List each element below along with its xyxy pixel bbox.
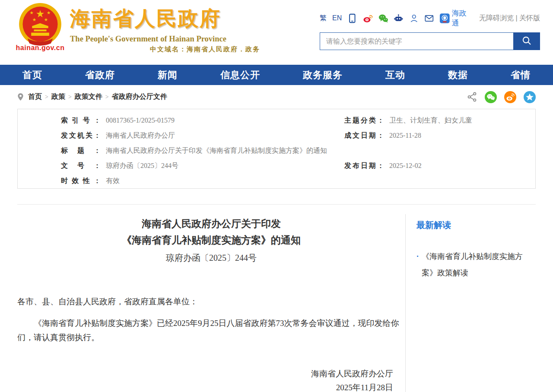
search-icon: [521, 35, 532, 47]
breadcrumb-separator: >: [105, 94, 109, 101]
metadata-value: 2025-11-28: [389, 132, 421, 139]
article-signature-date: 2025年11月28日: [17, 381, 393, 392]
share-wechat-icon[interactable]: [485, 91, 497, 103]
metadata-right-column: 主题分类： 卫生、计划生育、妇女儿童 成文日期： 2025-11-28 发布日期…: [327, 113, 535, 188]
svg-text:★: ★: [36, 8, 45, 19]
article-salutation: 各市、县、自治县人民政府，省政府直属各单位：: [17, 294, 405, 309]
traditional-chinese-link[interactable]: 繁: [320, 14, 327, 23]
search-input[interactable]: [320, 32, 513, 50]
site-title-english: The People's Government of Hainan Provin…: [70, 35, 260, 44]
metadata-row-title: 标题： 海南省人民政府办公厅关于印发《海南省育儿补贴制度实施方案》的通知: [61, 143, 327, 158]
nav-item-interaction[interactable]: 互动: [385, 69, 405, 82]
metadata-row-index-number: 索引号： 00817365-1/2025-01579: [61, 113, 327, 128]
site-chinese-domain: 中文域名：海南省人民政府．政务: [70, 45, 260, 54]
article-signature: 海南省人民政府办公厅: [17, 367, 393, 381]
weibo-icon[interactable]: [363, 13, 373, 23]
nav-item-home[interactable]: 首页: [22, 69, 42, 82]
metadata-value: 00817365-1/2025-01579: [106, 117, 175, 124]
metadata-row-topic-category: 主题分类： 卫生、计划生育、妇女儿童: [344, 113, 535, 128]
care-version-link[interactable]: 关怀版: [519, 14, 540, 22]
nav-item-province-profile[interactable]: 省情: [511, 69, 531, 82]
breadcrumb: 首页 > 政策 > 政策文件 > 省政府办公厅文件: [0, 85, 553, 109]
sidebar-link-list: · 《海南省育儿补贴制度实施方案》政策解读: [416, 248, 536, 281]
metadata-value: 海南省人民政府办公厅关于印发《海南省育儿补贴制度实施方案》的通知: [106, 147, 327, 154]
share-toolbar: [467, 85, 536, 109]
haizhengtong-label: 海政通: [452, 8, 474, 28]
utility-row: 繁 EN: [320, 12, 540, 24]
metadata-value: 海南省人民政府办公厅: [106, 132, 175, 139]
metadata-label: 发文机关：: [61, 128, 101, 143]
breadcrumb-separator: >: [45, 94, 48, 101]
sidebar: 最新解读 · 《海南省育儿补贴制度实施方案》政策解读: [405, 214, 536, 392]
svg-text:★: ★: [30, 10, 34, 15]
site-title-block: 海南省人民政府 The People's Government of Haina…: [70, 5, 260, 54]
breadcrumb-item-policy-documents[interactable]: 政策文件: [75, 92, 102, 101]
mobile-icon[interactable]: [347, 13, 357, 23]
user-icon[interactable]: [409, 13, 419, 23]
accessibility-link[interactable]: 无障碍浏览: [479, 14, 514, 22]
nav-item-provincial-government[interactable]: 省政府: [85, 69, 115, 82]
bullet-icon: ·: [416, 248, 419, 281]
site-title: 海南省人民政府: [70, 5, 260, 32]
metadata-row-validity: 时效性： 有效: [61, 173, 327, 188]
sidebar-link-text: 《海南省育儿补贴制度实施方案》政策解读: [422, 248, 536, 281]
metadata-label: 发布日期：: [344, 158, 384, 173]
article-title-block: 海南省人民政府办公厅关于印发 《海南省育儿补贴制度实施方案》的通知 琼府办函〔2…: [17, 216, 405, 267]
page: ★ ★ ★ ★ ★ hainan.gov.cn 海南省人民政府 The Peop…: [0, 0, 553, 392]
breadcrumb-item-general-office-documents[interactable]: 省政府办公厅文件: [112, 92, 167, 101]
sidebar-link-policy-interpretation[interactable]: · 《海南省育儿补贴制度实施方案》政策解读: [416, 248, 536, 281]
metadata-value: 卫生、计划生育、妇女儿童: [389, 117, 472, 124]
article-title-line2: 《海南省育儿补贴制度实施方案》的通知: [17, 232, 405, 249]
mail-icon[interactable]: [424, 13, 434, 23]
robot-icon[interactable]: [394, 13, 404, 23]
nav-item-information-disclosure[interactable]: 信息公开: [220, 69, 260, 82]
share-qzone-icon[interactable]: [524, 91, 536, 103]
logo-domain-text: hainan.gov.cn: [12, 44, 68, 52]
share-weibo-icon[interactable]: [504, 91, 516, 103]
document-article: 海南省人民政府办公厅关于印发 《海南省育儿补贴制度实施方案》的通知 琼府办函〔2…: [17, 205, 405, 392]
main-nav: 首页 省政府 新闻 信息公开 政务服务 互动 数据 省情: [0, 65, 553, 85]
metadata-row-written-date: 成文日期： 2025-11-28: [344, 128, 535, 143]
breadcrumb-item-policy[interactable]: 政策: [51, 92, 65, 101]
metadata-row-issuing-agency: 发文机关： 海南省人民政府办公厅: [61, 128, 327, 143]
main-content: 海南省人民政府办公厅关于印发 《海南省育儿补贴制度实施方案》的通知 琼府办函〔2…: [17, 204, 536, 392]
search-button[interactable]: [513, 32, 540, 50]
wechat-icon[interactable]: [378, 13, 388, 23]
sidebar-heading-latest-interpretation: 最新解读: [416, 219, 536, 231]
metadata-label: 标题：: [61, 143, 101, 158]
metadata-value: 2025-12-02: [389, 162, 422, 169]
metadata-label: 主题分类：: [344, 113, 384, 128]
haizhengtong-icon: [440, 13, 450, 23]
search-bar: [320, 32, 540, 50]
nav-item-data[interactable]: 数据: [448, 69, 468, 82]
metadata-left-column: 索引号： 00817365-1/2025-01579 发文机关： 海南省人民政府…: [18, 113, 327, 188]
svg-text:★: ★: [32, 17, 36, 22]
metadata-label: 成文日期：: [344, 128, 384, 143]
breadcrumb-item-home[interactable]: 首页: [28, 92, 42, 101]
metadata-value: 琼府办函〔2025〕244号: [106, 162, 178, 169]
breadcrumb-separator: >: [68, 94, 72, 101]
document-metadata-box: 索引号： 00817365-1/2025-01579 发文机关： 海南省人民政府…: [17, 109, 536, 189]
metadata-row-document-number: 文号： 琼府办函〔2025〕244号: [61, 158, 327, 173]
share-icon[interactable]: [467, 92, 477, 102]
site-header: ★ ★ ★ ★ ★ hainan.gov.cn 海南省人民政府 The Peop…: [0, 0, 553, 65]
metadata-label: 时效性：: [61, 173, 101, 188]
article-paragraph: 《海南省育儿补贴制度实施方案》已经2025年9月25日八届省政府第73次常务会审…: [17, 316, 405, 345]
article-document-number: 琼府办函〔2025〕244号: [17, 249, 405, 267]
metadata-label: 索引号：: [61, 113, 101, 128]
svg-text:★: ★: [44, 17, 48, 22]
svg-text:★: ★: [47, 10, 51, 15]
nav-item-government-services[interactable]: 政务服务: [303, 69, 343, 82]
links-divider: |: [515, 14, 517, 22]
header-right: 繁 EN: [320, 12, 540, 50]
nav-item-news[interactable]: 新闻: [158, 69, 178, 82]
location-pin-icon: [17, 93, 24, 101]
english-link[interactable]: EN: [332, 14, 342, 22]
article-title-line1: 海南省人民政府办公厅关于印发: [17, 216, 405, 232]
accessibility-links: 无障碍浏览 | 关怀版: [479, 14, 540, 23]
metadata-label: 文号：: [61, 158, 101, 173]
haizhengtong-link[interactable]: 海政通: [440, 8, 474, 28]
article-signature-block: 海南省人民政府办公厅 2025年11月28日: [17, 367, 405, 392]
site-logo[interactable]: ★ ★ ★ ★ ★ hainan.gov.cn: [12, 3, 68, 52]
metadata-value: 有效: [106, 177, 120, 184]
